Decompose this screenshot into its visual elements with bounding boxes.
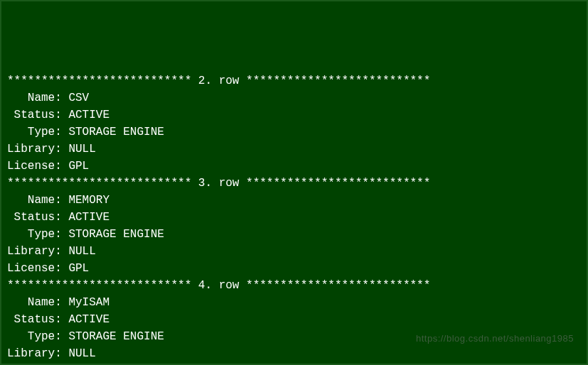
watermark-text: https://blog.csdn.net/shenliang1985	[416, 332, 574, 346]
terminal-output: *************************** 2. row *****…	[7, 72, 581, 365]
